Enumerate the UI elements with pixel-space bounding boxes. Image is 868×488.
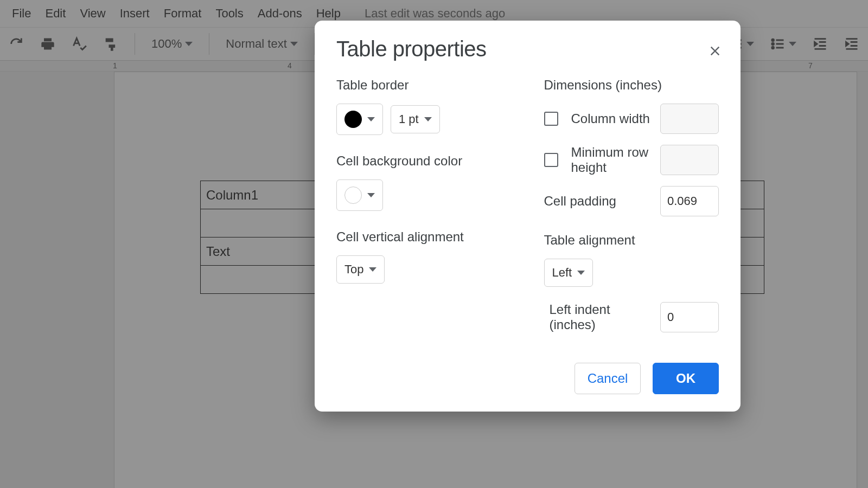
table-alignment-dropdown[interactable]: Left (544, 259, 593, 287)
border-color-dropdown[interactable] (336, 104, 383, 135)
color-swatch-black (344, 111, 362, 128)
cell-valign-dropdown[interactable]: Top (336, 255, 385, 284)
cancel-button[interactable]: Cancel (575, 363, 641, 394)
color-swatch-white (344, 187, 362, 204)
left-indent-label: Left indent (inches) (550, 302, 655, 332)
table-alignment-value: Left (552, 266, 572, 280)
ok-button[interactable]: OK (653, 363, 719, 394)
close-button[interactable] (705, 39, 725, 63)
close-icon (709, 45, 721, 57)
cell-valign-label: Cell vertical alignment (336, 229, 512, 245)
min-row-height-checkbox[interactable] (544, 153, 558, 167)
caret-down-icon (367, 193, 375, 197)
table-properties-dialog: Table properties Table border 1 pt Cell … (315, 21, 741, 412)
cell-padding-input[interactable] (660, 186, 719, 216)
column-width-checkbox[interactable] (544, 112, 558, 126)
table-alignment-label: Table alignment (544, 233, 719, 248)
caret-down-icon (369, 267, 376, 272)
cell-valign-value: Top (344, 262, 363, 277)
cell-padding-label: Cell padding (544, 194, 655, 209)
min-row-height-label: Minimum row height (571, 145, 655, 175)
column-width-input[interactable] (660, 104, 719, 134)
left-indent-input[interactable] (660, 302, 719, 332)
dimensions-label: Dimensions (inches) (544, 78, 719, 93)
caret-down-icon (577, 271, 585, 275)
dialog-right-column: Dimensions (inches) Column width Minimum… (544, 78, 719, 332)
cell-bg-label: Cell background color (336, 153, 512, 169)
column-width-label: Column width (571, 111, 655, 126)
border-width-value: 1 pt (399, 112, 419, 126)
border-width-dropdown[interactable]: 1 pt (391, 105, 440, 133)
caret-down-icon (424, 117, 432, 121)
table-border-label: Table border (336, 78, 512, 93)
dialog-left-column: Table border 1 pt Cell background color (336, 78, 512, 332)
dialog-actions: Cancel OK (336, 363, 719, 394)
cell-bg-color-dropdown[interactable] (336, 179, 383, 211)
caret-down-icon (367, 117, 375, 121)
dialog-title: Table properties (336, 37, 719, 61)
min-row-height-input[interactable] (660, 145, 719, 175)
